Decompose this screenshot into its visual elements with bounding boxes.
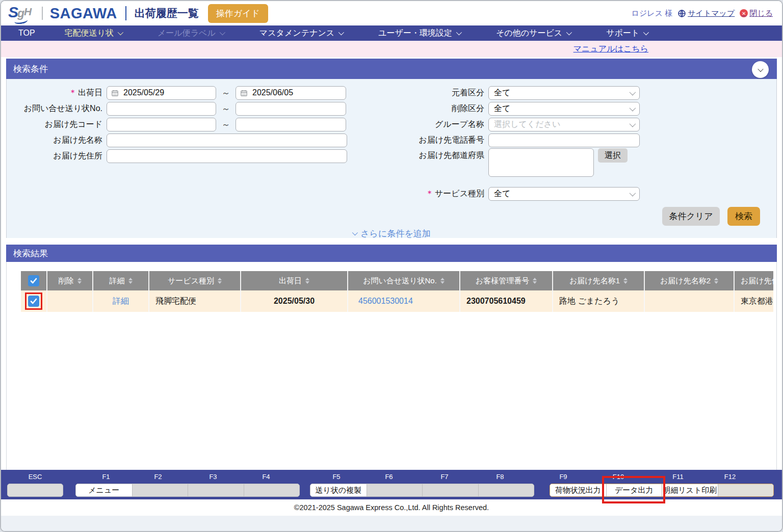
main-nav: TOP 宅配便送り状 メール便ラベル マスタメンテナンス ユーザー・環境設定 そ… [1,25,782,41]
globe-icon [677,9,686,18]
chevron-down-icon [566,30,572,35]
nav-user-environment[interactable]: ユーザー・環境設定 [378,28,460,39]
close-link[interactable]: ✕ 閉じる [740,9,773,18]
header-customer-no[interactable]: お客様管理番号 [460,271,553,290]
f8-button [478,484,534,496]
header-detail[interactable]: 詳細 [93,271,149,290]
collapse-panel-button[interactable] [752,61,769,78]
ship-date-to-input[interactable] [236,86,346,100]
key-label-f5: F5 [332,473,340,481]
group-name-select[interactable]: 選択してください [488,118,640,131]
sgh-logo: S g H [8,5,32,22]
chevron-down-icon [220,30,225,35]
delivery-name-row: お届け先名称 [7,132,358,148]
origin-dest-row: 元着区分 全て [397,85,760,100]
pref-select-button[interactable]: 選択 [598,148,628,163]
required-mark: ＊ [69,88,77,97]
sort-icon [305,278,309,284]
tracking-no-from-input[interactable] [107,102,216,116]
manual-link[interactable]: マニュアルはこちら [573,44,648,55]
bottom-gap [1,516,782,531]
nav-mail-label: メール便ラベル [158,28,224,39]
header-name1[interactable]: お届け先名称1 [553,271,645,290]
delivery-phone-row: お届け先電話番号 [397,132,760,148]
chevron-down-icon [456,30,462,35]
required-mark: ＊ [426,189,434,198]
sort-icon [128,278,133,284]
nav-other-services[interactable]: その他のサービス [496,28,570,39]
header-ship-date[interactable]: 出荷日 [241,271,348,290]
separator [125,6,126,20]
chevron-down-icon [118,30,123,35]
sitemap-link[interactable]: サイトマップ [677,9,735,18]
ship-date-from-input[interactable] [107,86,216,100]
row-tracking-no-link[interactable]: 456001530014 [348,290,460,312]
delivery-address-row: お届け先住所 [7,148,358,164]
header-delete[interactable]: 削除 [47,271,93,290]
f9-package-status-output-button[interactable]: 荷物状況出力 [550,484,606,496]
row-ship-date: 2025/05/30 [241,290,348,312]
row-customer-no: 2300705610459 [460,290,553,312]
f5-duplicate-invoice-button[interactable]: 送り状の複製 [310,484,367,496]
row-checkbox[interactable] [28,296,39,307]
chevron-down-icon [352,230,358,235]
close-icon: ✕ [740,9,748,17]
delivery-phone-input[interactable] [488,134,640,147]
key-label-f9: F9 [559,473,567,481]
nav-support[interactable]: サポート [606,28,647,39]
logged-in-user: ロジレス 様 [632,9,673,18]
row-name1: 路地 ごまたろう [553,290,645,312]
delivery-pref-row: お届け先都道府県 選択 [397,148,760,180]
service-type-select[interactable]: 全て [488,187,640,201]
range-tilde: ～ [216,87,236,99]
chevron-down-icon [758,66,763,71]
delivery-address-input[interactable] [107,149,347,163]
nav-top[interactable]: TOP [18,29,35,38]
calendar-icon [240,89,248,97]
delivery-name-input[interactable] [107,134,347,147]
operation-guide-button[interactable]: 操作ガイド [208,4,268,23]
chevron-down-icon [338,30,344,35]
tracking-no-row: お問い合せ送り状No. ～ [7,101,358,116]
sagawa-wordmark: SAGAWA [50,5,117,22]
header-select-all [21,271,47,290]
f1-menu-button[interactable]: メニュー [76,484,132,496]
header-name2[interactable]: お届け先名称2 [645,271,735,290]
key-label-f4: F4 [262,473,270,481]
logo-letter-h: H [24,5,32,19]
sort-icon [218,278,222,284]
key-label-f12: F12 [724,473,736,481]
f6-button [367,484,423,496]
header-address[interactable]: お届け先住所 [735,271,773,290]
row-name2 [645,290,735,312]
f11-detail-list-print-button[interactable]: 明細リスト印刷 [662,484,718,496]
delivery-code-to-input[interactable] [236,118,346,131]
f7-button [422,484,478,496]
clear-conditions-button[interactable]: 条件クリア [662,207,720,226]
nav-master-maintenance[interactable]: マスタメンテナンス [259,28,343,39]
fkey-group-2: 送り状の複製 [310,484,534,497]
tracking-no-to-input[interactable] [236,102,346,116]
delete-class-select[interactable]: 全て [488,102,640,116]
header-tracking-no[interactable]: お問い合せ送り状No. [348,271,460,290]
service-type-row: ＊サービス種別 全て [397,186,760,201]
main-content: 検索条件 ＊出荷日 ～ [1,57,782,470]
highlight-box-checkbox [25,292,42,310]
sort-icon [77,278,82,284]
esc-button[interactable] [7,484,63,497]
search-button[interactable]: 検索 [727,207,760,226]
origin-dest-select[interactable]: 全て [488,86,640,100]
delivery-code-from-input[interactable] [107,118,216,131]
search-conditions-body: ＊出荷日 ～ お問い合せ送り状No. [6,79,777,238]
select-all-checkbox[interactable] [28,275,39,286]
header-service-type[interactable]: サービス種別 [149,271,241,290]
nav-takuhaibin-invoice[interactable]: 宅配便送り状 [65,28,122,39]
fkey-group-1: メニュー [75,484,300,497]
page-title: 出荷履歴一覧 [135,6,199,20]
delivery-pref-textarea[interactable] [488,148,594,177]
chevron-down-icon [630,104,636,111]
sort-icon [623,278,628,284]
f2-button [132,484,188,496]
row-detail-link[interactable]: 詳細 [93,290,149,312]
table-row: 詳細 飛脚宅配便 2025/05/30 456001530014 2300705… [21,290,773,312]
